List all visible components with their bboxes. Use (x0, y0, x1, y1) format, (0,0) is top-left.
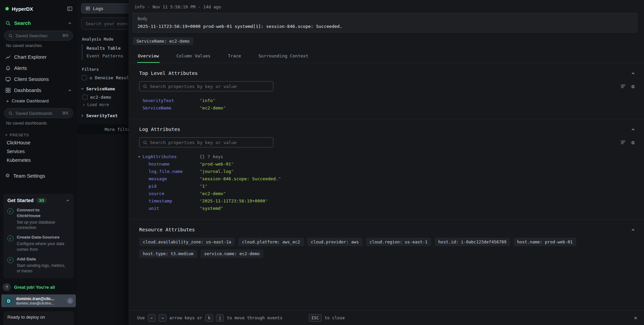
resource-chip[interactable]: cloud.provider: aws (307, 238, 363, 246)
help-button[interactable]: ? (3, 283, 11, 291)
attribute-value[interactable]: ec2-demo (200, 191, 226, 196)
denoise-label: Denoise Results (95, 75, 128, 80)
attribute-row[interactable]: ServiceName ec2-demo (143, 104, 644, 111)
attribute-key[interactable]: unit (149, 206, 200, 211)
collapse-chevron-icon[interactable] (631, 71, 635, 76)
user-menu[interactable]: D dominic.tran@clic... dominic.tran@clic… (1, 294, 76, 307)
mode-results-table[interactable]: Results Table (83, 44, 128, 52)
attribute-key[interactable]: timestamp (149, 198, 200, 203)
caret-down-icon[interactable]: ▾ (138, 154, 143, 159)
attribute-key[interactable]: message (149, 176, 200, 181)
saved-searches-input[interactable]: ⌘K (4, 31, 73, 41)
tab-trace[interactable]: Trace (227, 50, 241, 63)
resource-chip[interactable]: cloud.availability_zone: us-east-1a (139, 238, 235, 246)
attribute-value[interactable]: 2025-11-11T23:56:19+0000 (200, 198, 268, 203)
checklist-item[interactable]: ✓ Create Data Sources Configure where yo… (7, 235, 70, 252)
collapse-chevron-icon[interactable] (631, 228, 635, 232)
tab-overview[interactable]: Overview (137, 50, 160, 63)
attribute-row[interactable]: log.file.name journal.log (143, 168, 644, 175)
attribute-key[interactable]: hostname (149, 161, 200, 167)
resource-chip[interactable]: host.type: t3.medium (139, 249, 197, 258)
filter-lines-icon[interactable] (621, 84, 626, 89)
attribute-row[interactable]: timestamp 2025-11-11T23:56:19+0000 (143, 197, 644, 204)
attribute-key[interactable]: ServiceName (143, 105, 200, 110)
create-dashboard-button[interactable]: + Create Dashboard (0, 96, 77, 106)
attribute-value[interactable]: ec2-demo (200, 105, 226, 110)
attribute-value[interactable]: session-846.scope: Succeeded. (200, 176, 281, 181)
preset-clickhouse[interactable]: ClickHouse (0, 138, 77, 147)
gear-icon[interactable]: ⚙ (631, 83, 635, 90)
filter-lines-icon[interactable] (621, 140, 626, 145)
checkbox[interactable] (83, 95, 88, 100)
close-icon[interactable]: ✕ (634, 315, 637, 321)
sidebar-item-client-sessions[interactable]: Client Sessions (0, 74, 77, 85)
attribute-key[interactable]: log.file.name (149, 169, 200, 174)
sidebar-item-label: Team Settings (13, 173, 45, 179)
get-started-header[interactable]: Get Started 3/3 (7, 198, 70, 203)
chevron-up-icon[interactable] (66, 198, 70, 202)
more-filters-button[interactable]: More filters (77, 124, 128, 134)
attribute-tree-root[interactable]: ▾ LogAttributes {} 7 keys (143, 153, 644, 160)
attribute-key[interactable]: SeverityText (143, 98, 200, 103)
property-search-input[interactable] (150, 140, 270, 145)
logo-text: HyperDX (12, 6, 33, 12)
filter-group-servicename[interactable]: ServiceName (80, 86, 128, 91)
checkbox[interactable] (82, 75, 87, 80)
preset-services[interactable]: Services (0, 147, 77, 156)
saved-dashboards-input[interactable]: ⌘K (4, 108, 73, 118)
resource-chip[interactable]: cloud.platform: aws_ec2 (238, 238, 304, 246)
denoise-results-row[interactable]: ◎ Denoise Results (82, 75, 128, 80)
attribute-row[interactable]: hostname prod-web-01 (143, 160, 644, 168)
attribute-row[interactable]: message session-846.scope: Succeeded. (143, 175, 644, 182)
collapse-chevron-icon[interactable] (631, 127, 635, 132)
chevron-up-icon[interactable] (68, 21, 72, 25)
checklist-item[interactable]: ✓ Add Data Start sending logs, metrics, … (7, 257, 70, 274)
attribute-value[interactable]: 1 (200, 184, 207, 189)
resource-chip[interactable]: host.id: i-0abc123def456789 (435, 238, 510, 246)
filter-group-severitytext[interactable]: SeverityText (80, 113, 128, 118)
attribute-value[interactable]: journal.log (200, 169, 234, 174)
attribute-row[interactable]: pid 1 (143, 182, 644, 190)
attribute-row[interactable]: source ec2-demo (143, 190, 644, 197)
property-search-box[interactable] (139, 81, 273, 91)
tab-column-values[interactable]: Column Values (176, 50, 211, 63)
presets-toggle[interactable]: PRESETS (5, 133, 77, 137)
filter-option-ec2-demo[interactable]: ec2-demo (83, 95, 128, 100)
sidebar-item-dashboards[interactable]: Dashboards (0, 85, 77, 96)
checklist-item[interactable]: ✓ Connect to ClickHouse Set up your data… (7, 207, 70, 230)
event-search-input[interactable] (86, 21, 128, 26)
attribute-row[interactable]: unit systemd (143, 204, 644, 212)
gear-icon[interactable]: ⚙ (631, 139, 635, 146)
attribute-key[interactable]: pid (149, 184, 200, 189)
hyperdx-logo[interactable]: ✹ HyperDX (5, 6, 33, 12)
sidebar-item-alerts[interactable]: Alerts (0, 62, 77, 74)
search-icon (5, 20, 11, 26)
attribute-row[interactable]: SeverityText info (143, 97, 644, 104)
attribute-value[interactable]: systemd (200, 206, 223, 211)
preset-kubernetes[interactable]: Kubernetes (0, 156, 77, 165)
sidebar-item-search[interactable]: Search (0, 17, 77, 29)
attribute-key[interactable]: LogAttributes (143, 154, 200, 159)
load-more-button[interactable]: Load more (83, 102, 128, 107)
sidebar-collapse-icon[interactable] (67, 6, 72, 11)
resource-chip[interactable]: cloud.region: us-east-1 (366, 238, 431, 246)
property-search-input[interactable] (150, 84, 270, 89)
search-icon (143, 84, 147, 89)
attribute-value[interactable]: info (200, 98, 215, 103)
sidebar-item-chart-explorer[interactable]: Chart Explorer (0, 51, 77, 62)
saved-searches-field[interactable] (15, 33, 59, 38)
resource-chip[interactable]: host.name: prod-web-01 (514, 238, 577, 246)
source-selector-button[interactable]: Logs (81, 3, 128, 13)
saved-dashboards-field[interactable] (15, 111, 59, 116)
event-search-box[interactable] (81, 17, 128, 30)
tab-surrounding-context[interactable]: Surrounding Context (258, 50, 309, 63)
sidebar-item-team-settings[interactable]: ⚙ Team Settings (0, 170, 77, 181)
mode-event-patterns[interactable]: Event Patterns (83, 52, 128, 60)
property-search-box[interactable] (139, 137, 273, 147)
attribute-value[interactable]: prod-web-01 (200, 161, 234, 167)
search-icon (8, 34, 13, 38)
resource-chip[interactable]: service.name: ec2-demo (201, 249, 264, 258)
attribute-key[interactable]: source (149, 191, 200, 196)
chevron-up-icon[interactable] (68, 88, 72, 92)
service-tag[interactable]: ServiceName: ec2-demo (133, 37, 193, 45)
